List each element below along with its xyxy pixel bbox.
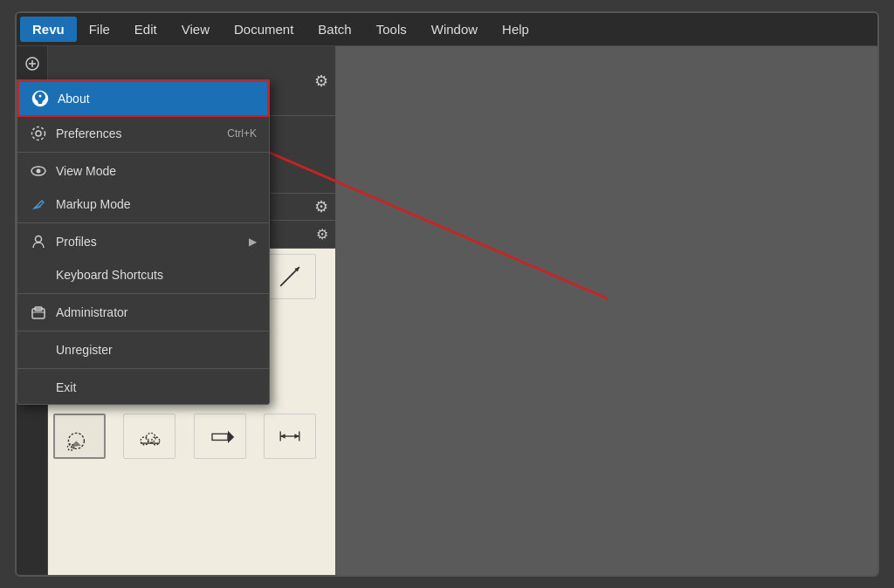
app-window: Revu File Edit View Document Batch Tools… [15, 11, 879, 577]
tool-callout[interactable] [53, 414, 106, 459]
menu-batch[interactable]: Batch [306, 17, 363, 42]
dropdown-item-view-mode[interactable]: View Mode [17, 154, 269, 188]
exit-label: Exit [56, 380, 76, 394]
dropdown-item-markup-mode[interactable]: Markup Mode [17, 188, 269, 221]
profiles-arrow-icon: ▶ [249, 236, 257, 248]
divider-3 [17, 293, 269, 294]
panel-gear-button-mid[interactable]: ⚙ [314, 197, 328, 216]
svg-rect-45 [36, 206, 41, 208]
svg-point-40 [39, 95, 42, 98]
dropdown-item-keyboard-shortcuts[interactable]: Keyboard Shortcuts [17, 258, 269, 291]
menu-tools[interactable]: Tools [364, 17, 419, 42]
dropdown-item-exit[interactable]: Exit [17, 371, 269, 404]
svg-marker-37 [280, 434, 285, 438]
svg-point-42 [32, 127, 45, 140]
menu-revu[interactable]: Revu [20, 17, 77, 42]
sidebar-icon-1[interactable] [18, 50, 46, 78]
tool-dimension[interactable] [264, 414, 316, 459]
preferences-label: Preferences [56, 126, 121, 140]
menu-window[interactable]: Window [419, 17, 490, 42]
canvas-area[interactable] [336, 46, 877, 575]
dropdown-item-administrator[interactable]: Administrator [17, 296, 269, 329]
svg-rect-32 [212, 434, 228, 440]
preferences-icon [30, 125, 47, 142]
svg-point-46 [36, 236, 42, 243]
about-label: About [58, 92, 90, 106]
exit-icon [30, 379, 47, 396]
menu-edit[interactable]: Edit [122, 17, 169, 42]
divider-2 [17, 222, 269, 223]
view-mode-icon [30, 162, 47, 180]
tool-arrow2[interactable] [194, 414, 246, 459]
unregister-icon [30, 341, 47, 359]
svg-marker-33 [228, 431, 234, 443]
profiles-icon [30, 233, 47, 250]
svg-point-41 [36, 131, 41, 136]
main-area: ⚙ 4 8 ⚙ ▼ Architect [17, 46, 877, 575]
dropdown-overlay: About Preferences Ctrl+K [17, 79, 270, 405]
menu-file[interactable]: File [77, 17, 122, 42]
panel-gear-button-top[interactable]: ⚙ [314, 72, 328, 91]
tool-cloud[interactable] [123, 414, 175, 459]
unregister-label: Unregister [56, 343, 113, 357]
menu-help[interactable]: Help [490, 17, 541, 42]
keyboard-shortcuts-label: Keyboard Shortcuts [56, 268, 163, 282]
divider-5 [17, 368, 269, 369]
dropdown-item-profiles[interactable]: Profiles ▶ [17, 225, 269, 258]
dropdown-item-preferences[interactable]: Preferences Ctrl+K [17, 117, 269, 150]
profiles-label: Profiles [56, 235, 97, 249]
dropdown-menu: About Preferences Ctrl+K [17, 79, 270, 405]
dropdown-item-about[interactable]: About [17, 80, 269, 117]
view-mode-label: View Mode [56, 164, 116, 178]
markup-mode-label: Markup Mode [56, 197, 131, 211]
dropdown-item-unregister[interactable]: Unregister [17, 333, 269, 366]
revu-icon [31, 90, 49, 107]
menu-bar: Revu File Edit View Document Batch Tools… [17, 13, 877, 46]
svg-marker-38 [294, 434, 299, 438]
svg-point-44 [37, 169, 41, 174]
divider-1 [17, 152, 269, 153]
keyboard-shortcuts-icon [30, 266, 47, 284]
panel-gear-button-section[interactable]: ⚙ [316, 226, 328, 243]
svg-rect-48 [31, 311, 45, 313]
menu-view[interactable]: View [169, 17, 222, 42]
administrator-icon [30, 304, 47, 321]
administrator-label: Administrator [56, 305, 127, 319]
svg-marker-26 [70, 441, 81, 447]
markup-mode-icon [30, 195, 47, 213]
tool-arrow[interactable] [264, 254, 316, 299]
preferences-shortcut: Ctrl+K [227, 127, 257, 140]
divider-4 [17, 331, 269, 332]
menu-document[interactable]: Document [222, 17, 306, 42]
